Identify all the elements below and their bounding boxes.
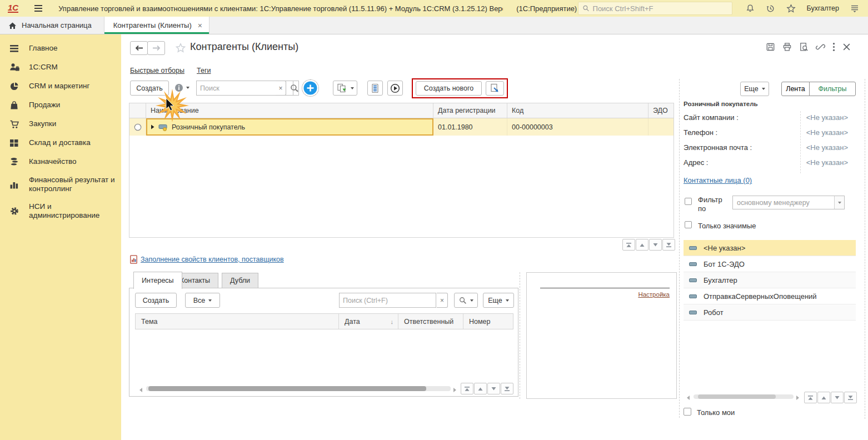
link-icon[interactable] [816,42,825,52]
detail-value[interactable]: <Не указан> [732,143,848,152]
column-header-number[interactable]: Номер [463,314,513,329]
save-icon[interactable] [766,42,775,52]
search-clear-button[interactable]: × [276,81,286,96]
list-view-button[interactable] [367,81,383,96]
column-header-topic[interactable]: Тема [136,314,339,329]
go-down-icon[interactable] [487,383,500,394]
sidebar-item-financial-result[interactable]: Финансовый результат и контроллинг [0,171,121,198]
select-caret-button[interactable] [834,196,844,209]
only-significant-checkbox[interactable] [685,221,692,228]
load-from-service-button[interactable] [486,81,504,96]
interests-search-clear-button[interactable]: × [437,293,448,308]
h-scrollbar[interactable] [146,386,451,391]
scroll-right-icon[interactable] [453,388,456,392]
manager-item[interactable]: ОтправкаСерверныхОповещений [684,288,856,304]
close-icon[interactable] [842,43,851,51]
column-header-name[interactable]: Наименование [146,103,433,118]
user-menu-icon[interactable] [850,4,859,13]
manager-item[interactable]: Робот [684,304,856,321]
forward-button[interactable] [147,41,165,55]
interests-search-input[interactable] [339,293,436,308]
h-scrollbar-thumb[interactable] [148,386,426,391]
scroll-left-icon[interactable] [139,388,142,392]
filter-by-select[interactable]: основному менеджеру [732,196,845,209]
row-edo-cell[interactable] [648,118,673,136]
splitter[interactable] [865,79,865,419]
sidebar-item-sales[interactable]: Продажи [0,96,121,114]
history-icon[interactable] [766,4,775,13]
create-new-button[interactable]: Создать нового [416,81,482,96]
fill-properties[interactable]: Заполнение свойств клиентов, поставщиков [130,255,284,264]
column-header-responsible[interactable]: Ответственный [398,314,463,329]
sidebar-item-warehouse[interactable]: Склад и доставка [0,133,121,152]
run-button[interactable] [387,81,403,96]
add-button[interactable] [302,79,319,97]
column-header-regdate[interactable]: Дата регистрации [433,103,507,118]
global-search-input[interactable] [593,4,728,13]
scroll-right-icon[interactable] [796,396,799,400]
detail-value[interactable]: <Не указан> [732,113,848,122]
global-search[interactable] [578,2,732,15]
only-mine-checkbox[interactable] [684,408,691,416]
favorite-star-icon[interactable] [175,43,186,53]
detail-value[interactable]: <Не указан> [732,128,848,137]
current-user[interactable]: Бухгалтер [807,4,839,12]
go-down-icon[interactable] [649,239,662,251]
filter-by-checkbox[interactable] [685,198,692,205]
tab-counterparties[interactable]: Контрагенты (Клиенты) × [104,17,209,34]
column-header-edo[interactable]: ЭДО [648,103,673,118]
quick-filters-link[interactable]: Быстрые отборы [130,67,184,74]
interests-all-button[interactable]: Все [185,293,220,308]
tab-interests[interactable]: Интересы [133,272,182,289]
manager-item[interactable]: Бот 1С-ЭДО [684,256,856,272]
go-last-icon[interactable] [501,383,513,394]
print-icon[interactable] [782,42,792,52]
sidebar-item-crm-marketing[interactable]: CRM и маркетинг [0,77,121,96]
row-name-cell[interactable]: Розничный покупатель [146,118,433,136]
contact-persons-link[interactable]: Контактные лица (0) [684,176,752,184]
go-last-icon[interactable] [844,392,857,403]
manager-h-scrollbar-thumb[interactable] [698,394,776,399]
splitter[interactable] [679,79,680,418]
column-header-date[interactable]: Дата ↓ [339,314,398,329]
fill-properties-link[interactable]: Заполнение свойств клиентов, поставщиков [141,256,284,263]
interests-more-button[interactable]: Еще [483,293,514,308]
interests-create-button[interactable]: Создать [135,293,177,308]
home-tab[interactable]: Начальная страница [0,17,104,34]
create-button[interactable]: Создать [130,81,169,96]
settings-link[interactable]: Настройка [638,291,670,298]
splitter[interactable] [520,272,520,399]
tab-close-icon[interactable]: × [198,22,202,29]
interests-search-button[interactable] [454,293,478,308]
scroll-left-icon[interactable] [687,396,690,400]
copy-dropdown-button[interactable] [333,81,357,96]
row-code-cell[interactable]: 00-00000003 [507,118,648,136]
manager-item[interactable]: <Не указан> [684,240,856,256]
go-down-icon[interactable] [831,392,844,403]
sidebar-item-main[interactable]: Главное [0,39,121,58]
sidebar-item-treasury[interactable]: Казначейство [0,152,121,171]
detail-value[interactable]: <Не указан> [732,158,848,167]
favorites-star-icon[interactable] [786,4,796,13]
go-first-icon[interactable] [804,392,817,403]
notifications-bell-icon[interactable] [746,4,755,13]
table-row[interactable]: Розничный покупатель 01.01.1980 00-00000… [129,118,674,136]
manager-item[interactable]: Бухгалтер [684,272,856,288]
go-first-icon[interactable] [461,383,473,394]
expand-arrow-icon[interactable] [151,124,154,129]
go-up-icon[interactable] [636,239,648,251]
info-dropdown[interactable] [174,83,189,92]
sidebar-item-1c-crm[interactable]: 1C:CRM [0,58,121,77]
column-header-code[interactable]: Код [507,103,648,118]
back-button[interactable] [130,41,148,55]
preview-icon[interactable] [799,42,809,52]
more-dots-icon[interactable] [832,42,835,52]
search-magnifier-icon[interactable] [290,84,299,93]
go-up-icon[interactable] [817,392,830,403]
main-menu-icon[interactable] [34,4,43,12]
more-button-top[interactable]: Еще [740,82,769,96]
sidebar-item-purchases[interactable]: Закупки [0,114,121,133]
tab-duplicates[interactable]: Дубли [222,273,258,288]
feed-toggle-button[interactable]: Лента [781,82,810,96]
tags-link[interactable]: Теги [197,67,211,74]
